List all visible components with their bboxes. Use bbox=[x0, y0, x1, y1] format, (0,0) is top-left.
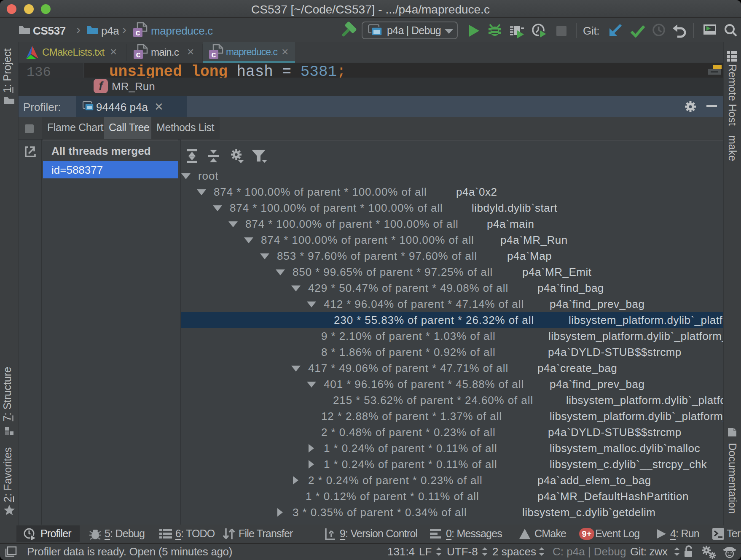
svg-text:c: c bbox=[136, 50, 140, 59]
svg-text:c: c bbox=[135, 28, 140, 37]
svg-text:c: c bbox=[211, 50, 216, 59]
